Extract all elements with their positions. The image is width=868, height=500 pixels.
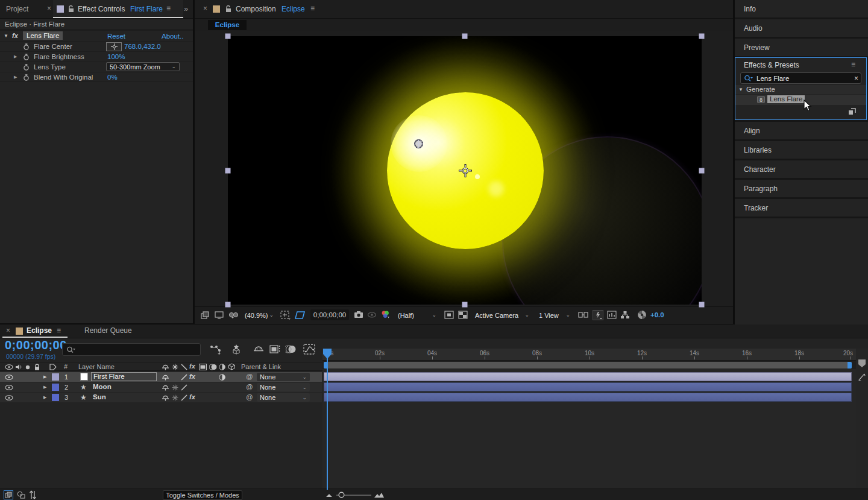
time-ruler[interactable]: 0s 02s 04s 06s 08s 10s 12s 14s 16s 18s 2… — [322, 349, 856, 361]
result-label[interactable]: Lens Flare — [767, 95, 805, 103]
panel-tab-info[interactable]: Info — [735, 0, 868, 17]
layer-row-2[interactable]: ▶ 2 ★ Moon @ None ⌄ — [0, 382, 322, 392]
effect-reset-link[interactable]: Reset — [107, 33, 125, 40]
video-eye-icon[interactable] — [5, 375, 13, 380]
work-area-end-handle[interactable] — [848, 362, 852, 369]
shy-switch[interactable] — [162, 384, 169, 391]
effect-header-row[interactable]: ▼ fx Lens Flare Reset About.. — [0, 30, 193, 41]
stopwatch-icon[interactable] — [23, 74, 30, 81]
show-snapshot-icon[interactable] — [367, 311, 377, 318]
header-parent-link[interactable]: Parent & Link — [241, 363, 281, 370]
property-row-flare-brightness[interactable]: ▶ Flare Brightness 100% — [0, 51, 193, 62]
timeline-zoom-knob[interactable] — [338, 492, 345, 498]
layer-label-chip[interactable] — [52, 373, 59, 381]
layer-bar-first-flare[interactable] — [324, 372, 852, 381]
region-of-interest-icon[interactable] — [295, 311, 306, 320]
tab-timeline-eclipse[interactable]: Eclipse — [27, 326, 52, 335]
panel-tab-tracker[interactable]: Tracker — [735, 199, 868, 217]
tab-composition-label[interactable]: Composition — [236, 5, 276, 13]
draft-3d-icon[interactable] — [230, 344, 242, 355]
layer-search-box[interactable] — [62, 343, 201, 356]
effect-control-point-icon[interactable] — [414, 139, 424, 149]
clear-search-icon[interactable]: × — [854, 74, 858, 83]
tab-effect-controls[interactable]: Effect Controls First Flare ≡ — [53, 0, 183, 18]
parent-dropdown[interactable]: None ⌄ — [257, 393, 310, 402]
stopwatch-icon[interactable] — [23, 64, 30, 71]
collapse-effect-icon[interactable]: ▼ — [4, 33, 8, 39]
snapshot-camera-icon[interactable] — [354, 311, 363, 318]
lens-type-dropdown[interactable]: 50-300mm Zoom ⌄ — [106, 62, 180, 71]
label-tag-icon[interactable] — [49, 364, 57, 370]
effects-presets-search[interactable]: Lens Flare × — [740, 72, 861, 84]
effect-about-link[interactable]: About.. — [162, 33, 183, 40]
selection-handle[interactable] — [462, 302, 468, 308]
channel-settings-icon[interactable] — [380, 310, 390, 319]
always-preview-icon[interactable] — [201, 311, 210, 319]
selection-handle[interactable] — [699, 168, 705, 174]
work-area-bar[interactable] — [324, 362, 852, 369]
selection-handle[interactable] — [699, 302, 705, 308]
panel-menu-icon[interactable]: ≡ — [851, 60, 855, 69]
panel-tab-character[interactable]: Character — [735, 160, 868, 178]
viewer-pasteboard[interactable] — [195, 31, 733, 306]
shy-switch[interactable] — [162, 394, 169, 401]
selection-handle[interactable] — [462, 34, 468, 39]
quality-switch[interactable] — [181, 394, 187, 401]
exposure-value[interactable]: +0.0 — [650, 311, 664, 318]
timeline-graph-area[interactable]: 0s 02s 04s 06s 08s 10s 12s 14s 16s 18s 2… — [322, 349, 856, 490]
property-value[interactable]: 100% — [107, 53, 125, 60]
tab-close-icon[interactable]: × — [6, 326, 10, 335]
current-timecode[interactable]: 0;00;00;00 — [5, 338, 67, 352]
panel-tab-paragraph[interactable]: Paragraph — [735, 180, 868, 197]
search-icon[interactable] — [66, 346, 76, 354]
video-eye-icon[interactable] — [5, 364, 13, 370]
tab-close-icon[interactable]: × — [203, 4, 207, 13]
solo-icon[interactable] — [25, 365, 30, 370]
comp-marker-bin-icon[interactable] — [858, 359, 866, 368]
adjustment-layer-header-icon[interactable] — [219, 364, 226, 370]
stopwatch-icon[interactable] — [23, 43, 30, 50]
zoom-in-time-icon[interactable] — [374, 492, 385, 498]
parent-dropdown[interactable]: None ⌄ — [257, 373, 310, 381]
fx-switch[interactable]: fx — [189, 373, 195, 380]
collapse-transformations-header-icon[interactable] — [172, 364, 178, 370]
view-dropdown[interactable]: Active Camera ⌄ — [472, 310, 532, 320]
pickwhip-icon[interactable]: @ — [246, 393, 253, 400]
graph-editor-icon[interactable] — [303, 344, 315, 355]
quality-switch[interactable] — [181, 384, 187, 391]
expand-layer-icon[interactable]: ▶ — [43, 375, 46, 379]
quality-switch[interactable] — [181, 374, 187, 381]
property-row-blend[interactable]: ▶ Blend With Original 0% — [0, 72, 193, 82]
expand-layer-icon[interactable]: ▶ — [43, 385, 46, 390]
expand-layer-switches-icon[interactable] — [4, 490, 13, 499]
motion-blur-header-icon[interactable] — [209, 364, 217, 370]
comp-button-icon[interactable] — [858, 373, 866, 381]
panel-menu-icon[interactable]: ≡ — [310, 4, 315, 13]
effects-presets-header[interactable]: Effects & Presets ≡ — [735, 58, 866, 71]
collapse-icon[interactable]: ▼ — [738, 87, 743, 92]
view-layout-dropdown[interactable]: 1 View ⌄ — [536, 310, 573, 320]
resolution-dropdown[interactable]: (Half) ⌄ — [395, 310, 439, 320]
layer-bar-moon[interactable] — [324, 382, 852, 391]
main-monitor-icon[interactable] — [215, 311, 224, 319]
expand-icon[interactable]: ▶ — [14, 54, 17, 59]
effect-name[interactable]: Lens Flare — [23, 31, 63, 40]
video-eye-icon[interactable] — [5, 395, 13, 400]
layer-name[interactable]: Moon — [93, 383, 112, 390]
pickwhip-icon[interactable]: @ — [246, 383, 253, 390]
playhead-line[interactable] — [327, 349, 328, 490]
lock-icon[interactable] — [34, 364, 40, 370]
expand-in-out-panes-icon[interactable] — [29, 490, 37, 499]
adjustment-switch[interactable] — [219, 374, 226, 381]
panel-menu-icon[interactable]: ≡ — [166, 4, 171, 13]
shy-switch[interactable] — [162, 374, 169, 381]
viewer-tab-eclipse[interactable]: Eclipse — [208, 20, 247, 30]
panel-tab-preview[interactable]: Preview — [735, 39, 868, 56]
frame-blending-icon[interactable] — [269, 344, 281, 354]
tab-project-close-icon[interactable]: × — [47, 4, 51, 13]
transparency-grid-icon[interactable] — [458, 311, 468, 319]
target-region-icon[interactable] — [444, 311, 454, 319]
panel-menu-icon[interactable]: ≡ — [57, 326, 61, 335]
motion-blur-icon[interactable] — [285, 344, 297, 354]
layer-row-1[interactable]: ▶ 1 First Flare fx @ None ⌄ — [0, 372, 322, 382]
